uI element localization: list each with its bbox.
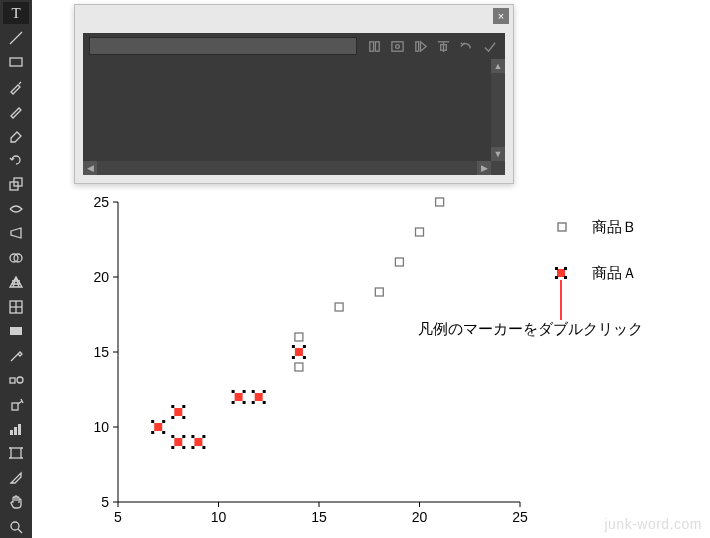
gradient-tool[interactable] [3, 320, 29, 342]
scroll-up-icon[interactable]: ▲ [491, 59, 505, 73]
svg-rect-82 [564, 267, 567, 270]
data-point-b[interactable] [295, 363, 303, 371]
svg-rect-55 [171, 435, 174, 438]
svg-rect-57 [171, 446, 174, 449]
shape-builder-tool[interactable] [3, 247, 29, 269]
free-transform-tool[interactable] [3, 222, 29, 244]
eyedropper-tool[interactable] [3, 344, 29, 366]
svg-rect-77 [292, 356, 295, 359]
data-point-b[interactable] [395, 258, 403, 266]
svg-rect-53 [182, 416, 185, 419]
data-point-b[interactable] [335, 303, 343, 311]
pencil-tool[interactable] [3, 100, 29, 122]
panel-stop-button[interactable] [365, 36, 384, 56]
watermark: junk-word.com [604, 516, 702, 532]
column-graph-tool[interactable] [3, 418, 29, 440]
panel-undo-button[interactable] [457, 36, 476, 56]
svg-rect-65 [232, 390, 235, 393]
panel-titlebar[interactable]: × [75, 5, 513, 27]
panel-record-button[interactable] [388, 36, 407, 56]
panel-align-button[interactable] [434, 36, 453, 56]
svg-line-22 [18, 529, 22, 533]
blend-tool[interactable] [3, 369, 29, 391]
svg-rect-27 [416, 41, 419, 50]
data-point-a[interactable] [151, 420, 165, 434]
data-point-a[interactable] [292, 345, 306, 359]
svg-rect-24 [375, 41, 379, 50]
svg-rect-60 [191, 435, 194, 438]
symbol-sprayer-tool[interactable] [3, 393, 29, 415]
panel-content-area [83, 59, 491, 161]
eraser-tool[interactable] [3, 124, 29, 146]
svg-rect-58 [182, 446, 185, 449]
svg-rect-76 [303, 345, 306, 348]
panel-confirm-button[interactable] [480, 36, 499, 56]
zoom-tool[interactable] [3, 516, 29, 538]
app-toolbar: T [0, 0, 32, 538]
svg-rect-79 [558, 223, 566, 231]
svg-point-26 [396, 44, 400, 48]
type-tool[interactable]: T [3, 2, 29, 24]
svg-rect-13 [10, 430, 13, 435]
paintbrush-tool[interactable] [3, 75, 29, 97]
svg-rect-47 [151, 431, 154, 434]
svg-rect-50 [171, 405, 174, 408]
width-tool[interactable] [3, 198, 29, 220]
annotation-text: 凡例のマーカーをダブルクリック [418, 320, 643, 339]
data-point-b[interactable] [295, 333, 303, 341]
scroll-left-icon[interactable]: ◀ [83, 161, 97, 175]
panel-play-button[interactable] [411, 36, 430, 56]
x-tick-label: 20 [412, 509, 428, 525]
mesh-tool[interactable] [3, 295, 29, 317]
legend-item-b-label: 商品Ｂ [592, 218, 637, 237]
scroll-down-icon[interactable]: ▼ [491, 147, 505, 161]
svg-rect-48 [162, 431, 165, 434]
svg-rect-59 [194, 438, 202, 446]
svg-marker-28 [421, 41, 427, 50]
svg-rect-72 [252, 401, 255, 404]
svg-rect-66 [243, 390, 246, 393]
perspective-grid-tool[interactable] [3, 271, 29, 293]
legend-item-a-label: 商品Ａ [592, 264, 637, 283]
data-point-a[interactable] [252, 390, 266, 404]
svg-rect-46 [162, 420, 165, 423]
svg-rect-75 [292, 345, 295, 348]
line-tool[interactable] [3, 26, 29, 48]
data-point-a[interactable] [171, 435, 185, 449]
svg-rect-64 [235, 393, 243, 401]
data-point-b[interactable] [375, 288, 383, 296]
y-tick-label: 10 [93, 419, 109, 435]
x-tick-label: 15 [311, 509, 327, 525]
svg-rect-52 [171, 416, 174, 419]
panel-horizontal-scrollbar[interactable]: ◀ ▶ [83, 161, 491, 175]
scroll-right-icon[interactable]: ▶ [477, 161, 491, 175]
actions-panel: × ▲ ▼ ◀ ▶ [74, 4, 514, 184]
scatter-chart: 510152025510152025 [80, 196, 700, 530]
svg-rect-10 [10, 378, 15, 383]
svg-point-11 [17, 377, 23, 383]
svg-rect-70 [252, 390, 255, 393]
slice-tool[interactable] [3, 467, 29, 489]
svg-rect-84 [564, 276, 567, 279]
svg-rect-9 [10, 327, 22, 335]
svg-rect-54 [174, 438, 182, 446]
data-point-a[interactable] [171, 405, 185, 419]
artboard-tool[interactable] [3, 442, 29, 464]
rectangle-tool[interactable] [3, 51, 29, 73]
data-point-b[interactable] [436, 198, 444, 206]
svg-rect-67 [232, 401, 235, 404]
y-tick-label: 15 [93, 344, 109, 360]
scale-tool[interactable] [3, 173, 29, 195]
data-point-a[interactable] [232, 390, 246, 404]
svg-rect-61 [202, 435, 205, 438]
legend-marker-b[interactable] [555, 220, 569, 234]
panel-text-input[interactable] [89, 37, 357, 55]
rotate-tool[interactable] [3, 149, 29, 171]
data-point-a[interactable] [191, 435, 205, 449]
hand-tool[interactable] [3, 491, 29, 513]
data-point-b[interactable] [416, 228, 424, 236]
panel-vertical-scrollbar[interactable]: ▲ ▼ [491, 59, 505, 161]
svg-rect-73 [263, 401, 266, 404]
svg-rect-45 [151, 420, 154, 423]
panel-close-button[interactable]: × [493, 8, 509, 24]
